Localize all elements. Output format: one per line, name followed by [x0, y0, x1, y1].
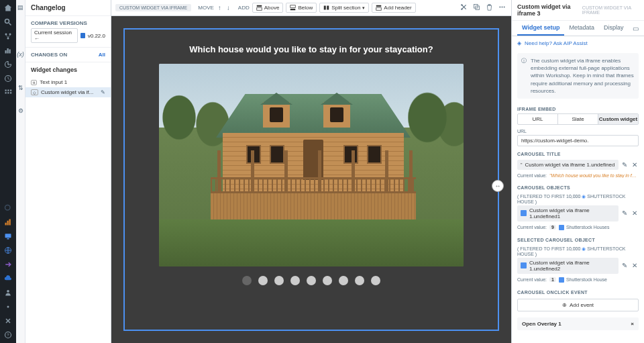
- carousel-dot[interactable]: [258, 276, 268, 285]
- clear-icon[interactable]: ✕: [631, 208, 639, 218]
- svg-rect-11: [5, 92, 7, 93]
- close-icon[interactable]: ×: [631, 321, 634, 327]
- bar-chart-icon[interactable]: [4, 218, 12, 226]
- svg-rect-12: [7, 92, 9, 93]
- svg-point-39: [504, 7, 505, 8]
- edit-icon[interactable]: ✎: [621, 160, 629, 170]
- move-label: MOVE: [198, 5, 214, 11]
- delete-icon[interactable]: [484, 2, 494, 13]
- text-input-item[interactable]: tt Text input 1: [25, 77, 111, 87]
- chart-icon[interactable]: [4, 46, 12, 54]
- more-icon[interactable]: [497, 2, 507, 13]
- help-icon[interactable]: ?: [4, 331, 12, 339]
- svg-point-37: [499, 7, 500, 8]
- tab-metadata[interactable]: Metadata: [564, 21, 599, 36]
- resize-handle[interactable]: ↔: [492, 180, 504, 192]
- search-icon[interactable]: [4, 18, 12, 26]
- left-nav: ?: [0, 0, 16, 343]
- tab-widget-setup[interactable]: Widget setup: [517, 21, 564, 36]
- history-icon[interactable]: [4, 60, 12, 68]
- carousel-dot[interactable]: [371, 276, 380, 285]
- clock-icon[interactable]: [4, 75, 12, 83]
- seg-slate[interactable]: Slate: [558, 114, 598, 124]
- svg-rect-29: [324, 6, 326, 10]
- grid-icon[interactable]: [4, 89, 12, 97]
- carousel-dot[interactable]: [242, 276, 252, 285]
- edit-icon[interactable]: ✎: [621, 208, 629, 218]
- svg-rect-9: [7, 90, 9, 91]
- move-down-icon[interactable]: ↓: [225, 3, 231, 13]
- person-icon[interactable]: [4, 289, 12, 297]
- close-nav-icon[interactable]: [4, 317, 12, 325]
- carousel-dot[interactable]: [274, 276, 284, 285]
- carousel-dot[interactable]: [339, 276, 348, 285]
- main-area: CUSTOM WIDGET VIA IFRAME MOVE ↑ ↓ ADD Ab…: [111, 0, 511, 343]
- above-button[interactable]: Above: [252, 3, 284, 13]
- magnifier-icon[interactable]: [4, 204, 12, 212]
- carousel-objects-chip[interactable]: Custom widget via iframe 1.undefined1: [517, 205, 619, 222]
- svg-point-21: [7, 290, 9, 293]
- svg-rect-26: [256, 8, 262, 11]
- carousel-image: [159, 64, 464, 266]
- carousel-dot[interactable]: [307, 276, 316, 285]
- seg-custom[interactable]: Custom widget: [598, 114, 638, 124]
- fx-icon[interactable]: (x): [17, 51, 24, 58]
- svg-point-33: [461, 8, 462, 9]
- widget-frame[interactable]: Which house would you like to stay in fo…: [123, 28, 499, 331]
- all-link[interactable]: All: [99, 52, 105, 58]
- current-session-pill[interactable]: Current session ←: [31, 28, 78, 43]
- globe-icon[interactable]: [4, 246, 12, 254]
- overlay-row[interactable]: Open Overlay 1 ×: [517, 317, 639, 330]
- diagram-icon[interactable]: [4, 32, 12, 40]
- carousel-title-chip[interactable]: "Custom widget via iframe 1.undefined: [517, 160, 619, 170]
- move-up-icon[interactable]: ↑: [217, 3, 223, 13]
- add-label: ADD: [238, 5, 250, 11]
- clear-icon[interactable]: ✕: [631, 260, 639, 271]
- edit-icon[interactable]: ✎: [621, 260, 629, 271]
- clear-icon[interactable]: ✕: [631, 160, 639, 170]
- changes-on-label: CHANGES ON: [31, 52, 67, 58]
- carousel-dot[interactable]: [290, 276, 300, 285]
- seg-url[interactable]: URL: [518, 114, 558, 124]
- svg-point-0: [5, 19, 9, 23]
- custom-widget-item[interactable]: ◇ Custom widget via if... ✎: [25, 87, 111, 97]
- svg-point-34: [461, 4, 462, 5]
- swap-icon[interactable]: ⇅: [18, 85, 23, 91]
- svg-rect-15: [5, 223, 7, 226]
- monitor-icon[interactable]: [4, 232, 12, 240]
- svg-rect-19: [7, 238, 9, 240]
- svg-rect-13: [10, 92, 11, 93]
- below-button[interactable]: Below: [286, 3, 317, 13]
- plus-icon: ⊕: [562, 302, 567, 308]
- url-input[interactable]: https://custom-widget-demo.: [517, 135, 639, 146]
- gear-icon[interactable]: ⚙: [18, 107, 23, 114]
- dot-icon[interactable]: [4, 303, 12, 311]
- version-icon: [80, 33, 85, 38]
- info-icon: ⓘ: [521, 57, 527, 95]
- url-label: URL: [512, 125, 644, 135]
- help-link[interactable]: ◈ Need help? Ask AIP Assist: [512, 36, 644, 50]
- compare-versions-label: COMPARE VERSIONS: [25, 16, 111, 28]
- add-event-button[interactable]: ⊕Add event: [517, 299, 639, 311]
- svg-point-14: [5, 205, 11, 211]
- page-icon[interactable]: ▤: [17, 4, 23, 11]
- home-icon[interactable]: [4, 4, 12, 12]
- inspector-title: Custom widget via iframe 3: [517, 3, 582, 17]
- book-icon[interactable]: ▭: [633, 25, 639, 32]
- selected-object-chip[interactable]: Custom widget via iframe 1.undefined2: [517, 258, 619, 274]
- changelog-title: Changelog: [31, 4, 66, 11]
- tab-display[interactable]: Display: [599, 21, 629, 36]
- cut-icon[interactable]: [459, 2, 469, 13]
- iframe-embed-label: IFRAME EMBED: [512, 101, 644, 113]
- header-button[interactable]: Add header: [372, 3, 415, 13]
- objects-count: 9: [549, 225, 556, 230]
- cloud-icon[interactable]: [4, 275, 12, 283]
- onclick-label: CAROUSEL ONCLICK EVENT: [512, 285, 644, 297]
- arrow-icon[interactable]: [4, 260, 12, 268]
- copy-icon[interactable]: [472, 2, 482, 13]
- split-button[interactable]: Split section▾: [319, 3, 369, 13]
- edit-icon[interactable]: ✎: [101, 89, 105, 95]
- carousel-dot[interactable]: [323, 276, 332, 285]
- chat-icon: ◈: [517, 40, 521, 46]
- carousel-dot[interactable]: [355, 276, 364, 285]
